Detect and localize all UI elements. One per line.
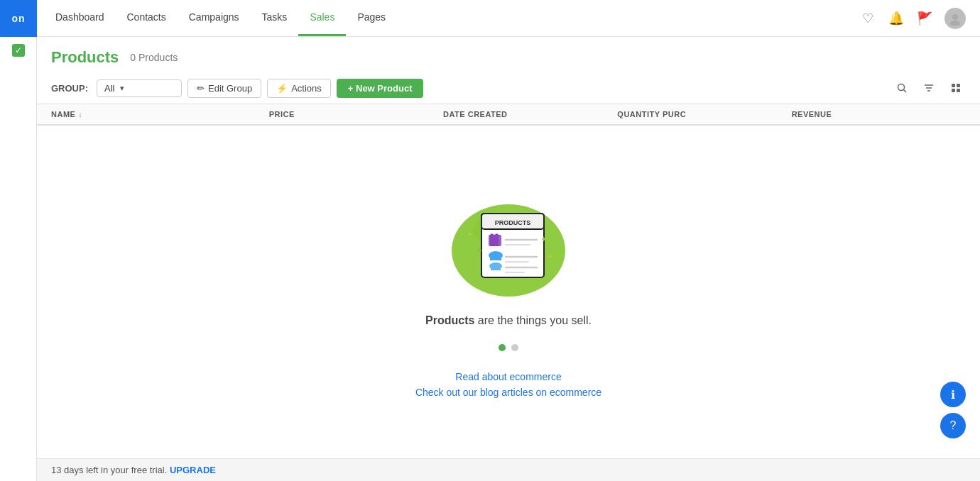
svg-point-1	[950, 21, 960, 26]
blog-articles-link[interactable]: Check out our blog articles on ecommerce	[415, 387, 601, 398]
sort-arrow-icon: ↓	[78, 111, 82, 118]
nav-contacts[interactable]: Contacts	[116, 0, 178, 36]
floating-buttons: ℹ ?	[940, 382, 966, 438]
nav-pages[interactable]: Pages	[346, 0, 397, 36]
svg-marker-18	[489, 233, 500, 246]
left-sidebar	[0, 37, 37, 481]
toolbar-right	[892, 78, 966, 98]
info-icon: ℹ	[951, 388, 955, 402]
products-count: 0 Products	[130, 52, 178, 63]
nav-dashboard[interactable]: Dashboard	[44, 0, 116, 36]
bookmark-icon[interactable]: 🚩	[916, 10, 933, 27]
col-date-created[interactable]: DATE CREATED	[443, 110, 617, 118]
help-icon: ?	[950, 419, 957, 432]
svg-point-2	[898, 84, 905, 91]
notifications-icon[interactable]: 🔔	[888, 10, 905, 27]
table-header: NAME ↓ PRICE DATE CREATED QUANTITY PURC …	[37, 104, 980, 126]
edit-group-label: Edit Group	[208, 83, 252, 94]
edit-group-button[interactable]: ✏ Edit Group	[187, 79, 261, 98]
svg-rect-22	[491, 266, 501, 270]
empty-state: PRODUCTS ✦ ✦ ✦	[37, 126, 980, 458]
nav-tasks[interactable]: Tasks	[251, 0, 299, 36]
nav-campaigns[interactable]: Campaigns	[178, 0, 251, 36]
top-nav: on Dashboard Contacts Campaigns Tasks Sa…	[0, 0, 980, 37]
read-about-ecommerce-link[interactable]: Read about ecommerce	[455, 371, 561, 382]
svg-text:✦: ✦	[467, 231, 473, 238]
grid-view-icon[interactable]	[946, 78, 966, 98]
svg-text:✦: ✦	[475, 245, 484, 256]
svg-rect-9	[952, 89, 955, 92]
help-button[interactable]: ?	[940, 413, 966, 438]
col-name[interactable]: NAME ↓	[51, 110, 269, 118]
products-header: Products 0 Products	[37, 37, 980, 72]
page-title: Products	[51, 48, 119, 67]
svg-text:PRODUCTS: PRODUCTS	[495, 219, 531, 226]
col-revenue[interactable]: REVENUE	[792, 110, 966, 118]
new-product-button[interactable]: + New Product	[337, 79, 424, 98]
upgrade-link[interactable]: UPGRADE	[170, 465, 216, 475]
filter-icon[interactable]	[919, 78, 939, 98]
col-quantity[interactable]: QUANTITY PURC	[617, 110, 791, 118]
chevron-down-icon: ▾	[120, 84, 124, 93]
col-price[interactable]: PRICE	[269, 110, 443, 118]
toolbar: GROUP: All ▾ ✏ Edit Group ⚡ Actions + Ne…	[37, 72, 980, 104]
logo-text: on	[11, 13, 25, 24]
new-product-label: + New Product	[348, 83, 413, 94]
favorites-icon[interactable]: ♡	[859, 10, 876, 27]
logo[interactable]: on	[0, 0, 37, 37]
nav-sales[interactable]: Sales	[298, 0, 346, 36]
actions-button[interactable]: ⚡ Actions	[267, 79, 331, 98]
user-avatar[interactable]	[944, 8, 966, 29]
carousel-dots	[499, 344, 518, 351]
carousel-dot-2[interactable]	[511, 344, 518, 351]
search-icon[interactable]	[892, 78, 912, 98]
group-select[interactable]: All ▾	[97, 79, 182, 97]
products-illustration: PRODUCTS ✦ ✦ ✦	[437, 187, 579, 300]
group-select-value: All	[104, 83, 114, 94]
empty-text: Products are the things you sell.	[425, 314, 592, 327]
empty-links: Read about ecommerce Check out our blog …	[415, 371, 601, 398]
svg-text:✦: ✦	[540, 235, 547, 243]
group-label: GROUP:	[51, 83, 88, 94]
lightning-icon: ⚡	[276, 83, 288, 94]
trial-text: 13 days left in your free trial.	[51, 465, 167, 475]
right-panel: Products 0 Products GROUP: All ▾ ✏ Edit …	[37, 37, 980, 481]
info-button[interactable]: ℹ	[940, 382, 966, 407]
bottom-bar: 13 days left in your free trial. UPGRADE	[37, 458, 980, 481]
nav-right: ♡ 🔔 🚩	[859, 8, 980, 29]
svg-rect-20	[490, 255, 501, 260]
svg-rect-8	[957, 84, 960, 87]
svg-point-0	[952, 14, 958, 20]
svg-rect-10	[957, 89, 960, 92]
empty-text-bold: Products	[425, 314, 474, 326]
svg-text:✦: ✦	[548, 253, 553, 260]
actions-label: Actions	[291, 83, 322, 94]
svg-rect-7	[952, 84, 955, 87]
svg-line-3	[904, 90, 907, 93]
carousel-dot-1[interactable]	[499, 344, 506, 351]
main-content: Products 0 Products GROUP: All ▾ ✏ Edit …	[0, 37, 980, 481]
pencil-icon: ✏	[197, 83, 205, 94]
nav-items: Dashboard Contacts Campaigns Tasks Sales…	[37, 0, 859, 36]
select-all-checkbox[interactable]	[12, 44, 25, 57]
empty-text-rest: are the things you sell.	[474, 314, 592, 326]
